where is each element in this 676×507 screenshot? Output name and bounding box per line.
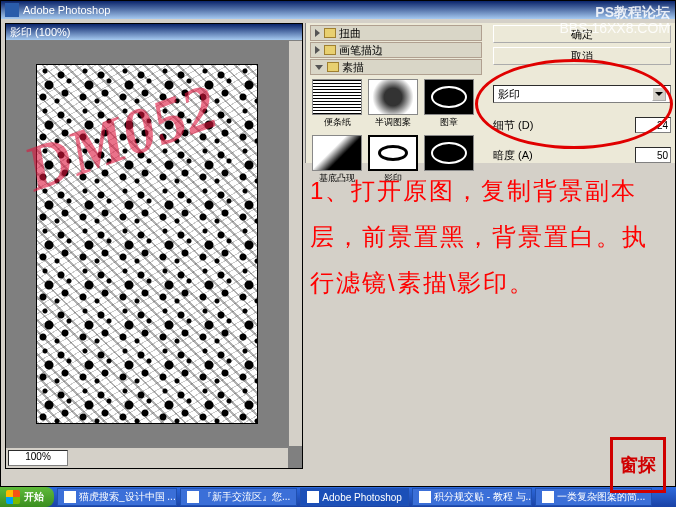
horizontal-scrollbar[interactable]: 100% <box>6 448 288 468</box>
filter-category[interactable]: 画笔描边 <box>310 42 482 58</box>
red-seal: 窗探 <box>610 437 666 493</box>
thumb-image <box>368 79 418 115</box>
filter-category[interactable]: 素描 <box>310 59 482 75</box>
filter-controls: 确定 取消 影印 细节 (D)暗度 (A) <box>493 25 671 163</box>
cancel-button[interactable]: 取消 <box>493 47 671 65</box>
taskbar-item[interactable]: Adobe Photoshop <box>300 488 409 506</box>
folder-icon <box>324 28 336 38</box>
slider-label: 细节 (D) <box>493 118 533 133</box>
filter-category-list: 扭曲画笔描边素描 <box>310 25 482 76</box>
slider-row: 细节 (D) <box>493 117 671 133</box>
filter-category[interactable]: 扭曲 <box>310 25 482 41</box>
canvas-area[interactable] <box>6 41 288 446</box>
vertical-scrollbar[interactable] <box>288 41 302 446</box>
filter-thumb[interactable]: 半调图案 <box>368 79 418 129</box>
slider-row: 暗度 (A) <box>493 147 671 163</box>
start-button[interactable]: 开始 <box>0 487 54 507</box>
triangle-icon <box>315 46 320 54</box>
instruction-text: 1、打开原图，复制背景副本层，前景置黑，背景置白。执行滤镜\素描\影印。 <box>310 168 672 306</box>
task-icon <box>542 491 554 503</box>
category-label: 扭曲 <box>339 26 361 41</box>
task-label: Adobe Photoshop <box>322 492 402 503</box>
taskbar-item[interactable]: 『新手交流区』您... <box>180 488 297 506</box>
site-watermark-line2: BBS.16XX8.COM <box>560 20 671 36</box>
pattern-artwork <box>37 65 257 423</box>
filter-dropdown-label: 影印 <box>498 87 520 102</box>
task-icon <box>187 491 199 503</box>
site-watermark-line1: PS教程论坛 <box>560 4 671 20</box>
zoom-input[interactable]: 100% <box>8 450 68 466</box>
taskbar: 开始 猫虎搜索_设计中国 ...『新手交流区』您...Adobe Photosh… <box>0 487 676 507</box>
thumb-label: 图章 <box>424 116 474 129</box>
category-label: 画笔描边 <box>339 43 383 58</box>
thumb-image <box>424 135 474 171</box>
start-label: 开始 <box>24 490 44 504</box>
chevron-down-icon <box>652 87 666 101</box>
thumb-label: 半调图案 <box>368 116 418 129</box>
app-icon <box>5 3 19 17</box>
thumb-image <box>424 79 474 115</box>
slider-value-input[interactable] <box>635 117 671 133</box>
task-label: 积分规交贴 - 教程 与... <box>434 490 532 504</box>
task-label: 猫虎搜索_设计中国 ... <box>79 490 176 504</box>
app-title: Adobe Photoshop <box>23 4 110 16</box>
thumb-image <box>312 79 362 115</box>
thumb-image <box>368 135 418 171</box>
filter-gallery-panel: 扭曲画笔描边素描 便条纸半调图案图章基底凸现影印 确定 取消 影印 细节 (D)… <box>305 23 675 163</box>
folder-icon <box>324 45 336 55</box>
document-title: 影印 (100%) <box>10 26 71 38</box>
slider-value-input[interactable] <box>635 147 671 163</box>
task-icon <box>419 491 431 503</box>
document-window: 影印 (100%) 100% <box>5 23 303 469</box>
triangle-icon <box>315 29 320 37</box>
taskbar-item[interactable]: 积分规交贴 - 教程 与... <box>412 488 532 506</box>
taskbar-item[interactable]: 猫虎搜索_设计中国 ... <box>57 488 177 506</box>
seal-text: 窗探 <box>620 455 656 475</box>
triangle-icon <box>315 65 323 70</box>
filter-thumb[interactable]: 图章 <box>424 79 474 129</box>
filter-dropdown[interactable]: 影印 <box>493 85 671 103</box>
category-label: 素描 <box>342 60 364 75</box>
site-watermark: PS教程论坛 BBS.16XX8.COM <box>560 4 671 36</box>
windows-icon <box>6 490 20 504</box>
canvas-image <box>36 64 258 424</box>
slider-label: 暗度 (A) <box>493 148 533 163</box>
document-title-bar[interactable]: 影印 (100%) <box>6 24 302 40</box>
task-label: 『新手交流区』您... <box>202 490 290 504</box>
thumb-image <box>312 135 362 171</box>
folder-icon <box>327 62 339 72</box>
task-icon <box>64 491 76 503</box>
thumb-label: 便条纸 <box>312 116 362 129</box>
filter-thumb[interactable]: 便条纸 <box>312 79 362 129</box>
task-icon <box>307 491 319 503</box>
